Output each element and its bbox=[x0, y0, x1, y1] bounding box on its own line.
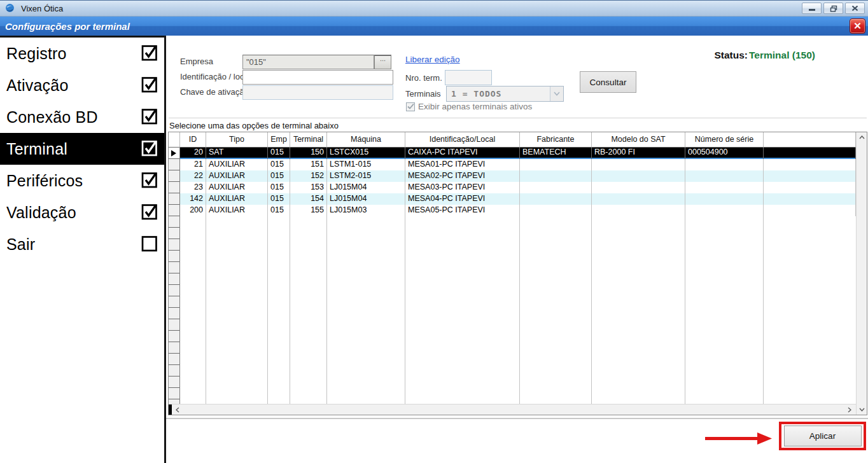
scroll-left-button[interactable] bbox=[172, 404, 183, 415]
cell[interactable]: BEMATECH bbox=[520, 148, 592, 159]
checkbox-checked-icon[interactable] bbox=[406, 102, 415, 111]
sidebar-item-conexao-bd[interactable]: Conexão BD bbox=[0, 101, 164, 133]
table-row[interactable]: 22AUXILIAR015152LSTM2-015MESA02-PC ITAPE… bbox=[180, 170, 856, 182]
cell[interactable]: 000504900 bbox=[685, 148, 764, 159]
scroll-right-button[interactable] bbox=[844, 404, 855, 415]
cell[interactable]: 21 bbox=[180, 159, 206, 170]
cell[interactable]: LSTM2-015 bbox=[327, 170, 405, 182]
column-header[interactable]: Número de série bbox=[685, 132, 764, 148]
cell[interactable] bbox=[764, 193, 856, 205]
cell[interactable]: 22 bbox=[180, 170, 206, 182]
cell[interactable]: AUXILIAR bbox=[206, 193, 268, 205]
checkbox-checked-icon[interactable] bbox=[141, 202, 158, 223]
cell[interactable]: CAIXA-PC ITAPEVI bbox=[405, 148, 520, 159]
cell[interactable] bbox=[592, 205, 685, 216]
checkbox-checked-icon[interactable] bbox=[141, 170, 158, 191]
cell[interactable]: 153 bbox=[290, 182, 327, 193]
cell[interactable]: AUXILIAR bbox=[206, 182, 268, 193]
cell[interactable] bbox=[592, 193, 685, 205]
sidebar-item-registro[interactable]: Registro bbox=[0, 38, 164, 69]
sidebar-item-sair[interactable]: Sair bbox=[0, 228, 164, 260]
cell[interactable]: LSTM1-015 bbox=[327, 159, 405, 170]
cell[interactable]: MESA03-PC ITAPEVI bbox=[405, 182, 520, 193]
cell[interactable]: LSTCX015 bbox=[327, 148, 405, 159]
cell[interactable]: 142 bbox=[180, 193, 206, 205]
checkbox-checked-icon[interactable] bbox=[141, 139, 158, 159]
consultar-button[interactable]: Consultar bbox=[580, 71, 636, 93]
column-header[interactable]: ID bbox=[180, 132, 206, 148]
terminais-dropdown[interactable]: 1 = TODOS bbox=[446, 86, 564, 102]
cell[interactable]: 015 bbox=[268, 170, 290, 182]
sidebar-item-ativacao[interactable]: Ativação bbox=[0, 69, 164, 101]
table-row[interactable]: 21AUXILIAR015151LSTM1-015MESA01-PC ITAPE… bbox=[180, 159, 856, 170]
cell[interactable] bbox=[685, 205, 764, 216]
column-header[interactable]: Máquina bbox=[327, 132, 405, 148]
browse-button[interactable]: ... bbox=[374, 55, 391, 69]
cell[interactable] bbox=[520, 205, 592, 216]
checkbox-checked-icon[interactable] bbox=[141, 75, 158, 95]
cell[interactable]: 200 bbox=[180, 205, 206, 216]
cell[interactable]: RB-2000 FI bbox=[592, 148, 685, 159]
dialog-close-button[interactable]: ✕ bbox=[850, 18, 865, 34]
cell[interactable] bbox=[592, 182, 685, 193]
minimize-button[interactable] bbox=[802, 3, 822, 14]
cell[interactable]: 015 bbox=[268, 193, 290, 205]
cell[interactable]: LJ015M04 bbox=[327, 182, 405, 193]
cell[interactable]: 015 bbox=[268, 182, 290, 193]
dropdown-button[interactable] bbox=[550, 86, 563, 101]
vertical-scrollbar[interactable] bbox=[856, 132, 867, 415]
restore-button[interactable] bbox=[823, 3, 843, 14]
cell[interactable] bbox=[520, 159, 592, 170]
column-header[interactable] bbox=[764, 132, 856, 148]
identificacao-field[interactable] bbox=[242, 70, 393, 85]
column-header[interactable]: Terminal bbox=[290, 132, 327, 148]
cell[interactable]: MESA05-PC ITAPEVI bbox=[405, 205, 520, 216]
checkbox-checked-icon[interactable] bbox=[141, 107, 158, 127]
cell[interactable]: MESA01-PC ITAPEVI bbox=[405, 159, 520, 170]
scroll-down-button[interactable] bbox=[857, 404, 867, 415]
cell[interactable]: 150 bbox=[290, 148, 327, 159]
column-header[interactable]: Tipo bbox=[206, 132, 268, 148]
aplicar-button[interactable]: Aplicar bbox=[784, 425, 862, 446]
sidebar-item-terminal[interactable]: Terminal bbox=[0, 133, 164, 165]
cell[interactable]: 015 bbox=[268, 159, 290, 170]
empresa-field[interactable] bbox=[242, 55, 374, 69]
sidebar-item-validacao[interactable]: Validação bbox=[0, 197, 164, 228]
cell[interactable]: 154 bbox=[290, 193, 327, 205]
table-row[interactable]: 200AUXILIAR015155LJ015M03MESA05-PC ITAPE… bbox=[180, 205, 856, 216]
sidebar-item-perifericos[interactable]: Periféricos bbox=[0, 165, 164, 197]
table-row[interactable]: 142AUXILIAR015154LJ015M04MESA04-PC ITAPE… bbox=[180, 193, 856, 205]
liberar-edicao-link[interactable]: Liberar edição bbox=[405, 55, 460, 64]
cell[interactable]: AUXILIAR bbox=[206, 159, 268, 170]
table-row[interactable]: 20SAT015150LSTCX015CAIXA-PC ITAPEVIBEMAT… bbox=[180, 148, 856, 159]
cell[interactable] bbox=[685, 182, 764, 193]
cell[interactable] bbox=[685, 159, 764, 170]
nro-term-field[interactable] bbox=[445, 70, 492, 85]
cell[interactable] bbox=[520, 193, 592, 205]
column-header[interactable]: Identificação/Local bbox=[405, 132, 520, 148]
cell[interactable]: AUXILIAR bbox=[206, 170, 268, 182]
cell[interactable]: 23 bbox=[180, 182, 206, 193]
close-window-button[interactable] bbox=[845, 3, 865, 14]
table-row[interactable]: 23AUXILIAR015153LJ015M04MESA03-PC ITAPEV… bbox=[180, 182, 856, 193]
cell[interactable]: LJ015M03 bbox=[327, 205, 405, 216]
cell[interactable] bbox=[592, 159, 685, 170]
cell[interactable]: 015 bbox=[268, 205, 290, 216]
cell[interactable] bbox=[592, 170, 685, 182]
cell[interactable] bbox=[764, 170, 856, 182]
cell[interactable]: 155 bbox=[290, 205, 327, 216]
column-header[interactable]: Emp bbox=[268, 132, 290, 148]
column-header[interactable]: Fabricante bbox=[520, 132, 592, 148]
cell[interactable]: AUXILIAR bbox=[206, 205, 268, 216]
chave-field[interactable] bbox=[242, 85, 393, 100]
cell[interactable]: MESA04-PC ITAPEVI bbox=[405, 193, 520, 205]
cell[interactable] bbox=[685, 170, 764, 182]
cell[interactable] bbox=[520, 170, 592, 182]
cell[interactable]: SAT bbox=[206, 148, 268, 159]
cell[interactable]: 015 bbox=[268, 148, 290, 159]
cell[interactable]: 151 bbox=[290, 159, 327, 170]
column-header[interactable]: Modelo do SAT bbox=[592, 132, 685, 148]
cell[interactable]: MESA02-PC ITAPEVI bbox=[405, 170, 520, 182]
cell[interactable]: 152 bbox=[290, 170, 327, 182]
exibir-ativos-checkbox-row[interactable]: Exibir apenas terminais ativos bbox=[406, 102, 532, 111]
